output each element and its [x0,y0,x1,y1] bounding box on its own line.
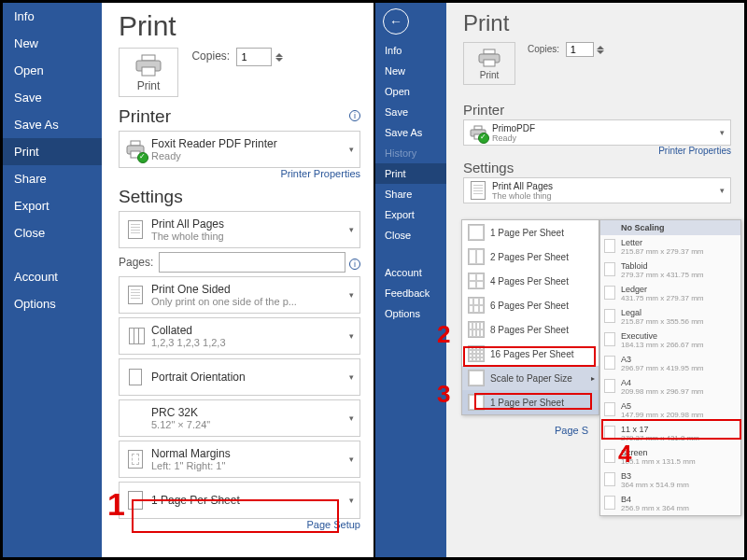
grid-4-icon [468,273,485,289]
flyout-item-b3[interactable]: B3364 mm x 514.9 mm [600,469,740,492]
portrait-icon [129,369,142,385]
svg-rect-8 [484,60,495,66]
flyout-item-a3[interactable]: A3296.97 mm x 419.95 mm [600,352,740,375]
sidebar-item-account[interactable]: Account [3,263,102,290]
svg-rect-3 [131,141,140,146]
right-screenshot: ← Info New Open Save Save As History Pri… [375,3,744,557]
printer-icon [477,49,501,67]
document-icon [471,181,486,200]
orientation-selector[interactable]: Portrait Orientation ▾ [119,358,360,396]
flyout-item-11x17[interactable]: 11 x 17279.37 mm x 431.8 mm [600,422,740,445]
print-range-selector[interactable]: Print All PagesThe whole thing ▾ [463,177,731,203]
page-title: Print [463,10,731,36]
print-panel: Print Print Copies: i Printer Foxit Read… [102,3,374,557]
flyout-item-a5[interactable]: A5147.99 mm x 209.98 mm [600,399,740,422]
pages-per-sheet-icon [128,491,143,510]
sidebar-item-save[interactable]: Save [375,102,446,122]
copies-spinner[interactable] [597,45,608,55]
flyout-item-b4[interactable]: B4256.9 mm x 364 mm [600,492,740,515]
back-button[interactable]: ← [383,8,409,35]
menu-item-4pps[interactable]: 4 Pages Per Sheet [462,269,599,293]
sidebar-item-export[interactable]: Export [375,204,446,225]
sidebar-item-options[interactable]: Options [3,290,102,317]
grid-6-icon [468,297,485,314]
sidebar-item-save[interactable]: Save [3,84,102,111]
backstage-sidebar: ← Info New Open Save Save As History Pri… [375,3,446,557]
grid-8-icon [468,321,485,338]
sidebar-item-saveas[interactable]: Save As [3,111,102,138]
menu-item-1pps[interactable]: 1 Page Per Sheet [462,220,599,245]
flyout-item-letter[interactable]: Letter215.87 mm x 279.37 mm [600,235,740,259]
print-button[interactable]: Print [463,42,515,85]
copies-label: Copies: [191,49,230,63]
sided-selector[interactable]: Print One SidedOnly print on one side of… [119,276,360,314]
printer-selector[interactable]: PrimoPDFReady ▾ [463,119,731,146]
settings-heading: Settings [119,187,360,207]
print-button[interactable]: Print [119,48,178,97]
margins-selector[interactable]: Normal MarginsLeft: 1" Right: 1" ▾ [119,441,360,478]
svg-rect-9 [474,126,482,130]
sidebar-item-options[interactable]: Options [375,303,446,324]
flyout-item-screen[interactable]: Screen165.1 mm x 131.5 mm [600,445,740,469]
menu-item-scale-to-paper[interactable]: Scale to Paper Size▸ [462,366,599,390]
paper-size-flyout: No Scaling Letter215.87 mm x 279.37 mm T… [599,219,741,516]
sidebar-item-new[interactable]: New [375,61,446,81]
sidebar-item-open[interactable]: Open [375,81,446,102]
sidebar-item-feedback[interactable]: Feedback [375,283,446,303]
sidebar-item-new[interactable]: New [3,30,102,57]
margins-icon [128,450,143,469]
scale-icon [468,370,485,386]
print-range-selector[interactable]: Print All PagesThe whole thing ▾ [119,211,360,248]
page-setup-link[interactable]: Page Setup [119,519,360,530]
copies-input[interactable] [566,42,594,57]
printer-heading: Printer [119,106,360,127]
grid-16-icon [468,345,485,362]
svg-rect-2 [142,67,155,76]
collate-icon [129,328,143,344]
backstage-sidebar: Info New Open Save Save As Print Share E… [3,3,102,557]
sidebar-item-saveas[interactable]: Save As [375,122,446,143]
collate-selector[interactable]: Collated1,2,3 1,2,3 1,2,3 ▾ [119,317,360,355]
menu-item-16pps[interactable]: 16 Pages Per Sheet [462,342,599,366]
menu-item-6pps[interactable]: 6 Pages Per Sheet [462,293,599,317]
sidebar-item-open[interactable]: Open [3,57,102,84]
flyout-item-legal[interactable]: Legal215.87 mm x 355.56 mm [600,305,740,329]
flyout-item-executive[interactable]: Executive184.13 mm x 266.67 mm [600,329,740,352]
sidebar-item-close[interactable]: Close [375,225,446,245]
flyout-item-ledger[interactable]: Ledger431.75 mm x 279.37 mm [600,282,740,305]
sidebar-item-account[interactable]: Account [375,262,446,283]
menu-item-2pps[interactable]: 2 Pages Per Sheet [462,245,599,269]
sidebar-item-export[interactable]: Export [3,192,102,219]
chevron-down-icon: ▾ [349,145,354,154]
settings-heading: Settings [463,160,731,175]
page-icon [128,286,143,304]
page-title: Print [119,10,360,42]
sidebar-item-print[interactable]: Print [3,138,102,165]
grid-1-icon [468,224,485,241]
grid-1-icon [468,394,485,411]
info-icon[interactable]: i [349,259,360,270]
sidebar-item-share[interactable]: Share [375,184,446,204]
info-icon[interactable]: i [349,110,360,121]
menu-item-current-1pps[interactable]: 1 Page Per Sheet [462,390,599,414]
ready-check-icon [137,152,148,163]
flyout-item-noscaling[interactable]: No Scaling [600,220,740,235]
printer-properties-link[interactable]: Printer Properties [119,168,360,179]
pages-per-sheet-menu: 1 Page Per Sheet 2 Pages Per Sheet 4 Pag… [461,219,599,415]
pages-input[interactable] [159,252,345,273]
flyout-item-a4[interactable]: A4209.98 mm x 296.97 mm [600,375,740,399]
page-setup-link[interactable]: Page S [555,425,588,436]
printer-properties-link[interactable]: Printer Properties [463,146,731,156]
pages-per-sheet-selector[interactable]: 1 Page Per Sheet ▾ [119,482,360,519]
printer-selector[interactable]: Foxit Reader PDF PrinterReady ▾ [119,131,360,168]
sidebar-item-info[interactable]: Info [375,40,446,61]
copies-input[interactable] [236,48,272,66]
flyout-item-tabloid[interactable]: Tabloid279.37 mm x 431.75 mm [600,259,740,282]
sidebar-item-print[interactable]: Print [375,163,446,184]
sidebar-item-share[interactable]: Share [3,165,102,192]
paper-size-selector[interactable]: PRC 32K5.12" × 7.24" ▾ [119,399,360,437]
sidebar-item-info[interactable]: Info [3,3,102,30]
copies-spinner[interactable] [275,52,287,63]
menu-item-8pps[interactable]: 8 Pages Per Sheet [462,317,599,342]
sidebar-item-close[interactable]: Close [3,219,102,246]
